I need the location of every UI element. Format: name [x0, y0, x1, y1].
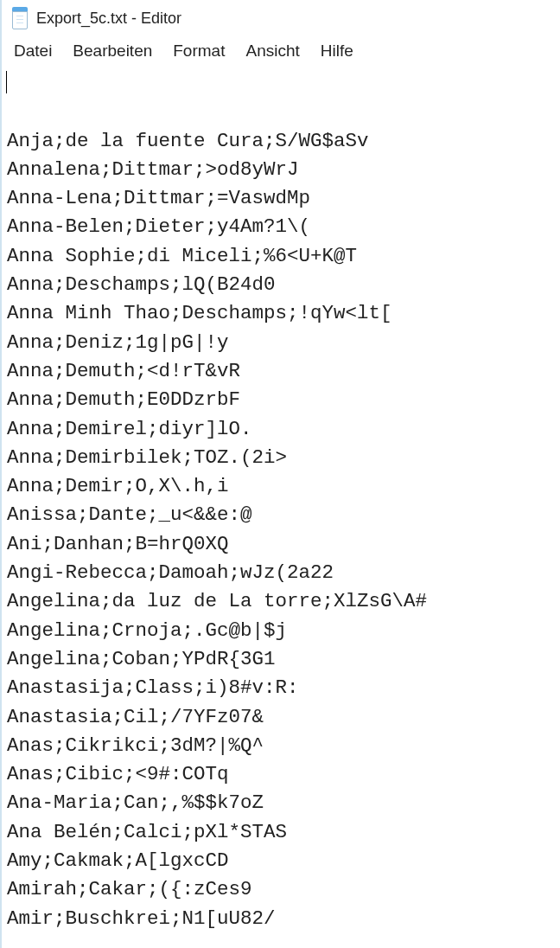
menu-ansicht[interactable]: Ansicht — [245, 42, 299, 61]
menu-hilfe[interactable]: Hilfe — [321, 42, 353, 61]
notepad-icon — [10, 7, 29, 29]
text-cursor — [6, 71, 7, 93]
titlebar: Export_5c.txt - Editor — [2, 0, 560, 35]
menubar: Datei Bearbeiten Format Ansicht Hilfe — [2, 35, 560, 69]
window-title: Export_5c.txt - Editor — [36, 10, 181, 28]
menu-bearbeiten[interactable]: Bearbeiten — [73, 42, 152, 61]
menu-format[interactable]: Format — [173, 42, 225, 61]
text-content[interactable]: Anja;de la fuente Cura;S/WG$aSv Annalena… — [2, 69, 560, 933]
menu-datei[interactable]: Datei — [14, 42, 52, 61]
